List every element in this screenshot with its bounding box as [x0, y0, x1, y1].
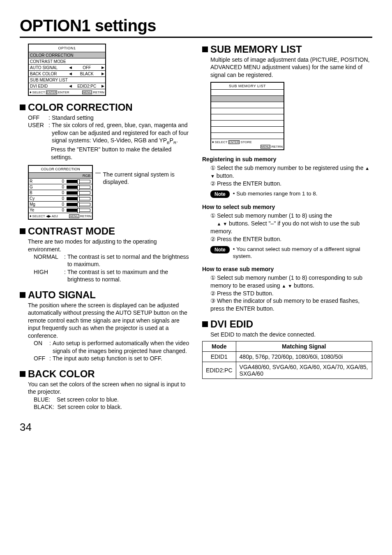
on-desc: Auto setup is performed automatically wh… [53, 339, 190, 355]
high-label: HIGH [34, 268, 62, 283]
down-triangle-icon: ▼ [223, 221, 227, 226]
circled-1-icon: ① [210, 165, 216, 171]
circled-1-icon: ① [210, 274, 216, 281]
left-arrow-icon: ◀ [69, 84, 72, 88]
sub-h-erase: How to erase sub memory [202, 266, 372, 272]
note-2: Note • You cannot select sub memory of a… [210, 246, 372, 260]
title-rule [20, 37, 372, 38]
blue-desc: Set screen color to blue. [57, 396, 119, 403]
edid-table: Mode Matching Signal EDID1 480p, 576p, 7… [202, 341, 372, 379]
slider-icon [67, 180, 90, 183]
off-desc: Standard setting [52, 114, 190, 121]
on-label: ON [34, 339, 48, 355]
right-arrow-icon: ▶ [101, 72, 105, 76]
heading-contrast-mode: CONTRAST MODE [20, 225, 190, 237]
osd-color-b: B0 [29, 190, 92, 195]
mode-cell: EDID1 [203, 351, 236, 362]
auto-signal-intro: The position where the screen is display… [28, 302, 190, 339]
osd-color-ye: Ye0 [29, 207, 92, 213]
heading-sub-memory: SUB MEMORY LIST [202, 44, 372, 55]
osd-option1: OPTION1 COLOR CORRECTION CONTRAST MODE A… [28, 44, 106, 96]
left-column: OPTION1 COLOR CORRECTION CONTRAST MODE A… [20, 44, 190, 411]
square-bullet-icon [202, 46, 208, 52]
signal-cell: VGA480/60, SVGA/60, XGA/60, XGA/70, XGA/… [236, 362, 372, 379]
menu-key-icon: MENU [261, 145, 271, 149]
left-arrow-icon: ◀ [69, 72, 72, 76]
osd-color-correction: COLOR CORRECTION RGB R0 G0 B0 Cy0 Mg0 Ye… [28, 165, 93, 220]
down-triangle-icon: ▼ [210, 174, 215, 179]
up-triangle-icon: ▲ [282, 283, 286, 288]
slider-icon [67, 186, 90, 189]
memory-slot [211, 95, 284, 102]
osd-color-cy: Cy0 [29, 195, 92, 201]
osd-color-g: G0 [29, 184, 92, 190]
heading-auto-signal: AUTO SIGNAL [20, 289, 190, 301]
leftright-icon: ◀▶ [46, 214, 51, 218]
up-triangle-icon: ▲ [365, 166, 369, 171]
slider-icon [67, 191, 90, 195]
memory-slot [211, 108, 284, 114]
osd-signal-row: RGB [29, 172, 92, 178]
signal-cell: 480p, 576p, 720/60p, 1080/60i, 1080/50i [236, 351, 372, 362]
annotation-line [95, 173, 100, 173]
circled-3-icon: ③ [210, 297, 216, 304]
menu-key-icon: MENU [69, 214, 79, 218]
th-signal: Matching Signal [236, 341, 372, 351]
osd3-footer: ♦ SELECT ENTER STORE [211, 139, 284, 145]
mode-cell: EDID2:PC [203, 362, 236, 379]
left-arrow-icon: ◀ [69, 65, 72, 70]
enter-key-icon: ENTER [228, 140, 240, 144]
circled-2-icon: ② [210, 236, 216, 242]
osd-title: OPTION1 [29, 44, 105, 52]
page-number: 34 [20, 421, 372, 434]
heading-dvi-edid: DVI EDID [202, 318, 372, 330]
blue-label: BLUE: [34, 396, 50, 403]
memory-slot [211, 102, 284, 108]
back-color-intro: You can set the colors of the screen whe… [28, 381, 190, 396]
osd-row-dvi-edid: DVI EDID ◀ EDID2:PC ▶ [29, 83, 105, 89]
square-bullet-icon [202, 321, 208, 327]
osd-color-mg: Mg0 [29, 201, 92, 207]
note-text: • Sub memories range from 1 to 8. [233, 190, 318, 197]
updown-icon: ♦ [30, 90, 32, 94]
note-text: • You cannot select sub memory of a diff… [233, 246, 372, 260]
circled-1-icon: ① [210, 212, 216, 219]
sub-h-select: How to select sub memory [202, 204, 372, 210]
square-bullet-icon [20, 371, 25, 377]
memory-slot [211, 120, 284, 126]
sub-memory-intro: Multiple sets of image adjustment data (… [210, 56, 372, 79]
osd-row-auto-signal: AUTO SIGNAL ◀ OFF ▶ [29, 64, 105, 70]
updown-icon: ♦ [30, 214, 32, 218]
right-arrow-icon: ▶ [101, 84, 105, 88]
square-bullet-icon [20, 228, 25, 234]
th-mode: Mode [203, 341, 236, 351]
normal-label: NORMAL [34, 253, 62, 268]
slider-icon [67, 197, 90, 200]
step-erase-1: ①Select sub memory number (1 to 8) corre… [210, 274, 372, 290]
osd-row-back-color: BACK COLOR ◀ BLACK ▶ [29, 70, 105, 77]
normal-desc: The contrast is set to normal and the br… [67, 253, 190, 268]
osd-row-color-correction: COLOR CORRECTION [29, 52, 105, 58]
updown-icon: ♦ [212, 140, 214, 144]
note-pill: Note [210, 190, 230, 198]
note-1: Note • Sub memories range from 1 to 8. [210, 190, 372, 198]
memory-slot [211, 114, 284, 120]
black-label: BLACK: [34, 404, 54, 410]
user-desc: The six colors of red, green, blue, cyan… [52, 121, 190, 146]
osd-row-sub-memory: SUB MEMORY LIST [29, 77, 105, 83]
right-arrow-icon: ▶ [101, 65, 105, 70]
square-bullet-icon [20, 104, 25, 110]
circled-2-icon: ② [210, 290, 216, 297]
dvi-edid-intro: Set EDID to match the device connected. [210, 331, 372, 338]
slider-icon [67, 209, 90, 212]
step-select-1: ①Select sub memory number (1 to 8) using… [210, 212, 372, 235]
slider-icon [67, 203, 90, 206]
table-row: EDID2:PC VGA480/60, SVGA/60, XGA/60, XGA… [203, 362, 372, 379]
note-pill: Note [210, 246, 230, 253]
heading-color-correction: COLOR CORRECTION [20, 102, 190, 113]
step-register-1: ①Select the sub memory number to be regi… [210, 164, 372, 180]
table-row: EDID1 480p, 576p, 720/60p, 1080/60i, 108… [203, 351, 372, 362]
up-triangle-icon: ▲ [217, 221, 221, 226]
off-desc: The input auto setup function is set to … [53, 355, 190, 362]
step-erase-2: ②Press the STD button. [210, 290, 372, 297]
